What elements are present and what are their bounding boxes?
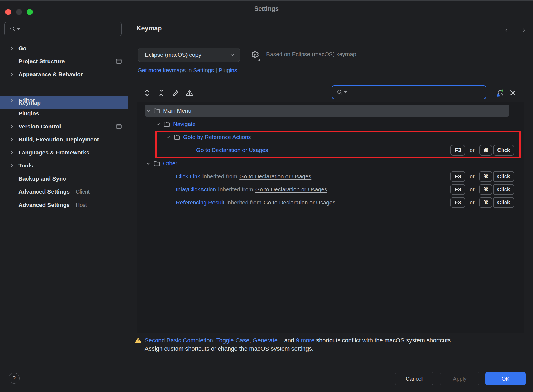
clear-search-icon[interactable] bbox=[509, 88, 517, 97]
ide-window-icon bbox=[116, 59, 122, 64]
scope-label: Client bbox=[76, 189, 90, 195]
keymap-scheme-select[interactable]: Eclipse (macOS) copy bbox=[138, 48, 240, 62]
conflict-link[interactable]: Generate... bbox=[253, 337, 283, 344]
keycap-click: Click bbox=[493, 145, 514, 156]
keycap-command: ⌘ bbox=[479, 171, 493, 182]
window-title: Settings bbox=[0, 1, 533, 17]
selected-scheme: Eclipse (macOS) copy bbox=[145, 52, 230, 58]
shortcut-group: F3 or ⌘Click bbox=[450, 184, 514, 195]
conflict-link[interactable]: Second Basic Completion bbox=[145, 337, 213, 344]
sidebar-item-appearance-behavior[interactable]: Appearance & Behavior bbox=[0, 68, 128, 81]
conflict-warning-line2: Assign custom shortcuts or change the ma… bbox=[145, 345, 313, 352]
sidebar-item-advanced-settings-client[interactable]: Advanced Settings Client bbox=[0, 185, 128, 198]
folder-icon bbox=[154, 108, 160, 114]
keymap-page: Keymap Eclipse (macOS) copy Based on Ecl… bbox=[128, 16, 533, 366]
inherited-from-link[interactable]: Go to Declaration or Usages bbox=[264, 199, 335, 206]
question-mark-icon: ? bbox=[12, 375, 16, 382]
chevron-down-icon[interactable] bbox=[146, 161, 151, 166]
forward-arrow-icon[interactable] bbox=[519, 26, 527, 34]
sidebar-item-go[interactable]: Go bbox=[0, 42, 128, 55]
shortcut-search-box[interactable] bbox=[332, 85, 486, 99]
sidebar-item-backup-and-sync[interactable]: Backup and Sync bbox=[0, 172, 128, 185]
search-icon bbox=[9, 26, 16, 32]
shortcut-group: F3 or ⌘Click bbox=[450, 171, 514, 182]
ide-window-icon bbox=[116, 124, 122, 129]
sidebar-item-project-structure[interactable]: Project Structure bbox=[0, 55, 128, 68]
keycap-f3: F3 bbox=[450, 184, 465, 195]
chevron-right-icon[interactable] bbox=[10, 124, 14, 129]
chevron-down-icon[interactable] bbox=[146, 109, 151, 113]
header-divider bbox=[128, 81, 533, 81]
titlebar: Settings bbox=[0, 1, 533, 16]
tree-row-goto-by-reference-actions[interactable]: Goto by Reference Actions bbox=[137, 131, 524, 144]
inherited-from-link[interactable]: Go to Declaration or Usages bbox=[255, 186, 327, 193]
collapse-all-icon[interactable] bbox=[157, 88, 166, 97]
keycap-f3: F3 bbox=[450, 145, 465, 156]
conflict-link[interactable]: Toggle Case bbox=[216, 337, 249, 344]
tree-row-main-menu[interactable]: Main Menu bbox=[137, 104, 524, 117]
based-on-label: Based on Eclipse (macOS) keymap bbox=[266, 51, 356, 58]
tree-row-inlay-click-action[interactable]: InlayClickAction inherited from Go to De… bbox=[137, 183, 524, 196]
keycap-click: Click bbox=[493, 197, 514, 208]
sidebar-item-languages-frameworks[interactable]: Languages & Frameworks bbox=[0, 146, 128, 159]
scheme-settings-button[interactable] bbox=[250, 50, 261, 61]
keycap-f3: F3 bbox=[450, 171, 465, 182]
keycap-f3: F3 bbox=[450, 197, 465, 208]
shortcut-group: F3 or ⌘Click bbox=[450, 145, 514, 156]
ok-button[interactable]: OK bbox=[485, 372, 526, 385]
keycap-command: ⌘ bbox=[479, 184, 493, 195]
keymap-tree: Main Menu Navigate Goto by Reference Act… bbox=[137, 102, 524, 333]
chevron-right-icon[interactable] bbox=[10, 163, 14, 168]
settings-window: Settings Go Project Structure Appearance… bbox=[0, 0, 533, 392]
folder-icon bbox=[154, 161, 160, 166]
inherited-from-link[interactable]: Go to Declaration or Usages bbox=[239, 173, 311, 180]
keycap-command: ⌘ bbox=[479, 145, 493, 156]
shortcut-group: F3 or ⌘Click bbox=[450, 197, 514, 208]
chevron-right-icon[interactable] bbox=[10, 46, 14, 50]
tree-row-referencing-result[interactable]: Referencing Result inherited from Go to … bbox=[137, 196, 524, 209]
warning-icon bbox=[134, 337, 142, 344]
chevron-right-icon[interactable] bbox=[10, 72, 14, 77]
sidebar-item-editor[interactable]: Editor bbox=[0, 94, 128, 107]
scope-label: Host bbox=[76, 202, 87, 208]
search-icon bbox=[337, 89, 343, 96]
keycap-command: ⌘ bbox=[479, 197, 493, 208]
tree-row-other[interactable]: Other bbox=[137, 157, 524, 170]
sidebar-item-plugins[interactable]: Plugins bbox=[0, 107, 128, 120]
search-history-caret-icon[interactable] bbox=[17, 28, 20, 30]
tree-row-go-to-declaration-or-usages[interactable]: Go to Declaration or Usages F3 or ⌘Click bbox=[137, 144, 524, 157]
sidebar-item-tools[interactable]: Tools bbox=[0, 159, 128, 172]
back-arrow-icon[interactable] bbox=[503, 26, 512, 34]
show-conflicts-warning-icon[interactable] bbox=[185, 88, 194, 97]
sidebar-item-version-control[interactable]: Version Control bbox=[0, 120, 128, 133]
dialog-footer: ? Cancel Apply OK bbox=[0, 366, 533, 392]
tree-row-navigate[interactable]: Navigate bbox=[137, 118, 524, 131]
settings-sidebar: Go Project Structure Appearance & Behavi… bbox=[0, 16, 128, 366]
get-more-keymaps-link[interactable]: Get more keymaps in Settings | Plugins bbox=[138, 67, 237, 74]
chevron-down-icon[interactable] bbox=[156, 122, 161, 127]
sidebar-item-advanced-settings-host[interactable]: Advanced Settings Host bbox=[0, 198, 128, 211]
gear-dropdown-caret-icon bbox=[258, 59, 260, 61]
sidebar-item-build-execution-deployment[interactable]: Build, Execution, Deployment bbox=[0, 133, 128, 146]
chevron-right-icon[interactable] bbox=[10, 98, 14, 103]
keycap-click: Click bbox=[493, 171, 514, 182]
help-button[interactable]: ? bbox=[9, 373, 20, 384]
sidebar-search-input[interactable] bbox=[20, 22, 121, 36]
sidebar-search-box[interactable] bbox=[4, 22, 122, 36]
chevron-right-icon[interactable] bbox=[10, 150, 14, 155]
apply-button[interactable]: Apply bbox=[440, 372, 479, 385]
cancel-button[interactable]: Cancel bbox=[395, 372, 433, 385]
find-by-shortcut-icon[interactable] bbox=[496, 88, 504, 97]
chevron-right-icon[interactable] bbox=[10, 137, 14, 142]
edit-shortcut-icon[interactable] bbox=[171, 88, 180, 97]
search-options-caret-icon[interactable] bbox=[344, 91, 347, 93]
expand-all-icon[interactable] bbox=[143, 88, 151, 97]
tree-row-click-link[interactable]: Click Link inherited from Go to Declarat… bbox=[137, 170, 524, 183]
chevron-down-icon bbox=[230, 52, 235, 57]
conflict-warning-line1: Second Basic Completion, Toggle Case, Ge… bbox=[145, 336, 533, 344]
page-title: Keymap bbox=[137, 24, 162, 32]
keycap-click: Click bbox=[493, 184, 514, 195]
more-conflicts-link[interactable]: 9 more bbox=[296, 337, 314, 344]
chevron-down-icon[interactable] bbox=[166, 135, 171, 140]
shortcut-search-input[interactable] bbox=[347, 86, 486, 99]
